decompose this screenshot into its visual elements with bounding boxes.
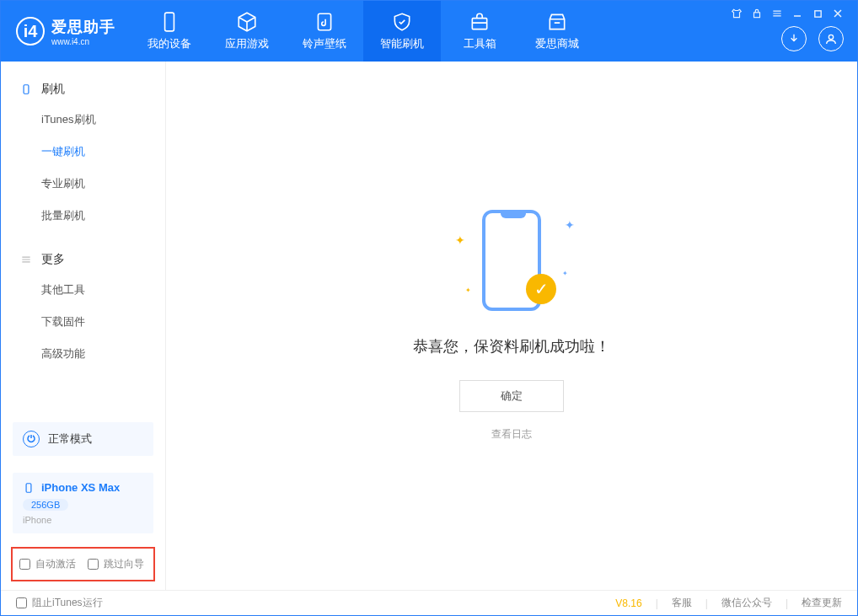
check-badge-icon: ✓ bbox=[526, 274, 556, 304]
sidebar-section-flash[interactable]: 刷机 bbox=[1, 75, 165, 104]
device-name: iPhone XS Max bbox=[41, 481, 120, 494]
customer-service-link[interactable]: 客服 bbox=[672, 596, 692, 610]
chk-label: 自动激活 bbox=[35, 557, 76, 571]
tab-my-device[interactable]: 我的设备 bbox=[131, 1, 208, 62]
svg-rect-2 bbox=[472, 19, 486, 29]
tab-label: 爱思商城 bbox=[535, 36, 579, 51]
sidebar-item-batch-flash[interactable]: 批量刷机 bbox=[1, 200, 165, 232]
tab-label: 工具箱 bbox=[464, 36, 496, 51]
device-type: iPhone bbox=[23, 515, 143, 525]
logo-subtitle: www.i4.cn bbox=[51, 37, 115, 46]
chk-auto-activate[interactable]: 自动激活 bbox=[19, 557, 76, 571]
music-file-icon bbox=[314, 11, 335, 33]
svg-rect-0 bbox=[165, 13, 174, 31]
svg-rect-1 bbox=[318, 13, 330, 30]
chk-block-itunes-input[interactable] bbox=[16, 597, 27, 608]
user-button[interactable] bbox=[818, 26, 844, 51]
ok-button[interactable]: 确定 bbox=[459, 380, 564, 412]
chk-block-itunes[interactable]: 阻止iTunes运行 bbox=[16, 596, 103, 610]
svg-rect-7 bbox=[26, 483, 31, 492]
wechat-link[interactable]: 微信公众号 bbox=[721, 596, 772, 610]
svg-rect-4 bbox=[814, 10, 820, 16]
lock-icon[interactable] bbox=[751, 8, 763, 19]
logo-title: 爱思助手 bbox=[51, 17, 115, 37]
logo-icon: i4 bbox=[16, 17, 45, 46]
logo[interactable]: i4 爱思助手 www.i4.cn bbox=[1, 17, 131, 46]
main-content: ✦ ✦ ✦ ✦ ✓ 恭喜您，保资料刷机成功啦！ 确定 查看日志 bbox=[166, 62, 857, 590]
device-mode-box[interactable]: 正常模式 bbox=[13, 422, 153, 456]
device-info-box[interactable]: iPhone XS Max 256GB iPhone bbox=[13, 473, 153, 533]
success-message: 恭喜您，保资料刷机成功啦！ bbox=[413, 336, 610, 356]
highlighted-options: 自动激活 跳过向导 bbox=[11, 547, 155, 581]
minimize-icon[interactable] bbox=[791, 8, 803, 19]
close-icon[interactable] bbox=[832, 8, 844, 19]
chk-skip-guide[interactable]: 跳过向导 bbox=[88, 557, 144, 571]
sparkle-icon: ✦ bbox=[562, 270, 568, 277]
sidebar-item-download-firmware[interactable]: 下载固件 bbox=[1, 306, 165, 338]
mode-label: 正常模式 bbox=[48, 431, 92, 447]
sidebar-item-other-tools[interactable]: 其他工具 bbox=[1, 274, 165, 306]
menu-icon[interactable] bbox=[771, 8, 783, 19]
svg-rect-6 bbox=[24, 85, 29, 94]
sparkle-icon: ✦ bbox=[455, 233, 465, 247]
success-illustration: ✦ ✦ ✦ ✦ ✓ bbox=[448, 210, 575, 319]
nav-tabs: 我的设备 应用游戏 铃声壁纸 智能刷机 工具箱 爱思商城 bbox=[131, 1, 596, 62]
tab-label: 应用游戏 bbox=[225, 36, 269, 51]
download-button[interactable] bbox=[781, 26, 807, 51]
footer: 阻止iTunes运行 V8.16 | 客服 | 微信公众号 | 检查更新 bbox=[1, 590, 857, 615]
chk-label: 阻止iTunes运行 bbox=[32, 596, 103, 610]
tab-toolbox[interactable]: 工具箱 bbox=[441, 1, 518, 62]
chk-label: 跳过向导 bbox=[104, 557, 144, 571]
maximize-icon[interactable] bbox=[812, 8, 823, 19]
version-label: V8.16 bbox=[615, 597, 641, 609]
tab-ringtones[interactable]: 铃声壁纸 bbox=[286, 1, 363, 62]
sidebar-item-itunes-flash[interactable]: iTunes刷机 bbox=[1, 104, 165, 136]
section-title: 刷机 bbox=[41, 82, 65, 97]
list-icon bbox=[19, 253, 33, 266]
sparkle-icon: ✦ bbox=[465, 287, 471, 294]
tab-apps[interactable]: 应用游戏 bbox=[208, 1, 286, 62]
section-title: 更多 bbox=[41, 252, 65, 267]
view-log-link[interactable]: 查看日志 bbox=[491, 427, 532, 442]
svg-point-5 bbox=[829, 35, 833, 39]
header: i4 爱思助手 www.i4.cn 我的设备 应用游戏 铃声壁纸 智能刷机 工具… bbox=[1, 1, 857, 62]
shirt-icon[interactable] bbox=[731, 8, 743, 19]
sidebar-section-more[interactable]: 更多 bbox=[1, 245, 165, 274]
check-update-link[interactable]: 检查更新 bbox=[802, 596, 842, 610]
sidebar-item-oneclick-flash[interactable]: 一键刷机 bbox=[1, 136, 165, 168]
phone-small-icon bbox=[23, 482, 35, 494]
toolbox-icon bbox=[469, 11, 491, 33]
tab-label: 我的设备 bbox=[147, 36, 191, 51]
sidebar: 刷机 iTunes刷机 一键刷机 专业刷机 批量刷机 更多 其他工具 下载固件 … bbox=[1, 62, 166, 590]
refresh-shield-icon bbox=[391, 11, 413, 33]
chk-auto-activate-input[interactable] bbox=[19, 559, 30, 570]
svg-rect-3 bbox=[754, 13, 760, 18]
sparkle-icon: ✦ bbox=[565, 218, 575, 232]
sidebar-item-advanced[interactable]: 高级功能 bbox=[1, 338, 165, 370]
sidebar-item-pro-flash[interactable]: 专业刷机 bbox=[1, 168, 165, 200]
cube-icon bbox=[236, 11, 258, 33]
chk-skip-guide-input[interactable] bbox=[88, 559, 99, 570]
mode-icon bbox=[23, 431, 40, 447]
tab-label: 铃声壁纸 bbox=[303, 36, 346, 51]
phone-icon bbox=[158, 11, 180, 33]
tab-store[interactable]: 爱思商城 bbox=[518, 1, 596, 62]
tab-label: 智能刷机 bbox=[380, 36, 424, 51]
store-icon bbox=[546, 11, 568, 33]
device-capacity: 256GB bbox=[23, 499, 68, 511]
device-icon bbox=[19, 83, 33, 96]
tab-flash[interactable]: 智能刷机 bbox=[363, 1, 441, 62]
